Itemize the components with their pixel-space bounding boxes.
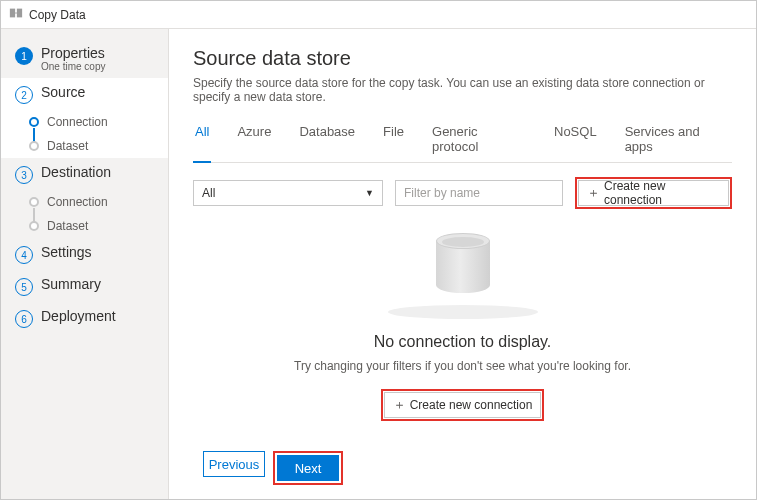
page-description: Specify the source data store for the co…	[193, 76, 732, 104]
substep-destination-connection[interactable]: Connection	[29, 190, 168, 214]
create-connection-button[interactable]: ＋ Create new connection	[384, 392, 542, 418]
connection-category-tabs: All Azure Database File Generic protocol…	[193, 118, 732, 163]
substep-label: Dataset	[47, 219, 88, 233]
substep-label: Connection	[47, 195, 108, 209]
step-subtitle: One time copy	[41, 61, 105, 72]
tab-all[interactable]: All	[193, 118, 211, 162]
page-title: Source data store	[193, 47, 732, 70]
tab-file[interactable]: File	[381, 118, 406, 162]
empty-state-title: No connection to display.	[374, 333, 552, 351]
step-badge: 5	[15, 278, 33, 296]
step-properties[interactable]: 1 Properties One time copy	[1, 39, 168, 78]
step-settings[interactable]: 4 Settings	[1, 238, 168, 270]
substep-source-connection[interactable]: Connection	[29, 110, 168, 134]
annotation-highlight: ＋ Create new connection	[381, 389, 545, 421]
substep-dot-icon	[29, 221, 39, 231]
wizard-footer: Previous Next	[193, 443, 732, 489]
database-cylinder-icon	[436, 231, 490, 301]
tab-generic-protocol[interactable]: Generic protocol	[430, 118, 528, 162]
step-badge: 1	[15, 47, 33, 65]
step-label: Summary	[41, 276, 101, 292]
tab-database[interactable]: Database	[297, 118, 357, 162]
previous-button[interactable]: Previous	[203, 451, 265, 477]
shadow-decoration	[388, 305, 538, 319]
step-badge: 4	[15, 246, 33, 264]
substep-label: Dataset	[47, 139, 88, 153]
wizard-sidebar: 1 Properties One time copy 2 Source Conn…	[1, 29, 169, 499]
next-button[interactable]: Next	[277, 455, 339, 481]
plus-icon: ＋	[587, 184, 600, 202]
substep-dot-icon	[29, 197, 39, 207]
create-connection-button[interactable]: ＋ Create new connection	[578, 180, 729, 206]
copy-data-icon	[9, 6, 29, 23]
empty-state-subtitle: Try changing your filters if you don't s…	[294, 359, 631, 373]
step-label: Properties	[41, 45, 105, 61]
empty-state: No connection to display. Try changing y…	[193, 209, 732, 443]
window-title: Copy Data	[29, 8, 86, 22]
substep-dot-icon	[29, 141, 39, 151]
substep-source-dataset[interactable]: Dataset	[29, 134, 168, 158]
substep-destination-dataset[interactable]: Dataset	[29, 214, 168, 238]
substep-dot-icon	[29, 117, 39, 127]
step-label: Destination	[41, 164, 111, 180]
tab-nosql[interactable]: NoSQL	[552, 118, 599, 162]
tab-azure[interactable]: Azure	[235, 118, 273, 162]
category-select[interactable]: All ▼	[193, 180, 383, 206]
title-bar: Copy Data	[1, 1, 756, 29]
step-label: Source	[41, 84, 85, 100]
filter-by-name-input[interactable]	[395, 180, 563, 206]
category-select-value: All	[202, 186, 215, 200]
chevron-down-icon: ▼	[365, 188, 374, 198]
step-source[interactable]: 2 Source	[1, 78, 168, 110]
step-deployment[interactable]: 6 Deployment	[1, 302, 168, 334]
tab-services-apps[interactable]: Services and apps	[623, 118, 732, 162]
button-label: Create new connection	[604, 179, 720, 207]
button-label: Create new connection	[410, 398, 533, 412]
step-label: Settings	[41, 244, 92, 260]
step-badge: 6	[15, 310, 33, 328]
step-badge: 3	[15, 166, 33, 184]
annotation-highlight: Next	[273, 451, 343, 485]
step-summary[interactable]: 5 Summary	[1, 270, 168, 302]
step-label: Deployment	[41, 308, 116, 324]
substep-label: Connection	[47, 115, 108, 129]
annotation-highlight: ＋ Create new connection	[575, 177, 732, 209]
plus-icon: ＋	[393, 396, 406, 414]
step-badge: 2	[15, 86, 33, 104]
step-destination[interactable]: 3 Destination	[1, 158, 168, 190]
